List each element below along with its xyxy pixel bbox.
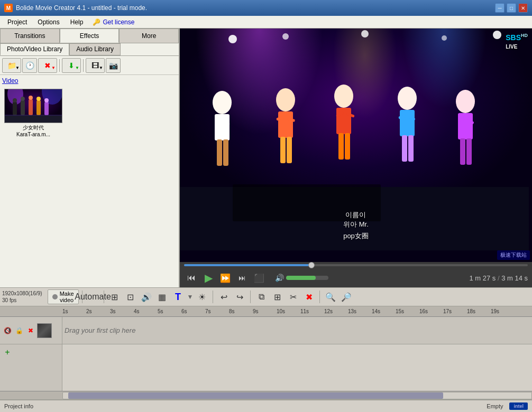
tab-transitions[interactable]: Transitions <box>0 29 60 43</box>
cut-button[interactable]: ✂ <box>286 289 300 304</box>
minimize-button[interactable]: ─ <box>495 3 505 13</box>
svg-rect-40 <box>345 133 350 160</box>
ruler-mark: 19s <box>491 308 515 314</box>
resolution-info: 1920x1080(16/9) 30 fps <box>2 290 42 304</box>
stage-background: SBSHD LIVE 이름이 위아 Mr. pop女圈 极速下载站 <box>180 29 532 262</box>
ruler-mark: 18s <box>467 308 491 314</box>
close-button[interactable]: ✕ <box>518 3 528 13</box>
svg-point-21 <box>282 33 289 40</box>
add-track-button[interactable]: + <box>2 347 13 358</box>
record-indicator <box>52 294 58 299</box>
download-button[interactable]: ⬇▼ <box>62 58 81 73</box>
drop-zone-track[interactable]: Drag your first clip here <box>62 317 532 344</box>
camera-button[interactable]: 📷 <box>106 58 121 73</box>
ruler-mark: 4s <box>134 308 158 314</box>
redo-button[interactable]: ↪ <box>232 289 247 304</box>
svg-point-23 <box>442 35 447 41</box>
volume-control: 🔊 <box>275 274 328 282</box>
statusbar: Project info Empty intel <box>0 399 532 412</box>
toolbar-separator-3 <box>213 291 213 303</box>
delete-edit-button[interactable]: ✖ <box>301 289 316 304</box>
stop-button[interactable]: ⬛ <box>252 270 267 285</box>
ruler-mark: 15s <box>396 308 419 314</box>
crop-tool-button[interactable]: ⊞ <box>107 289 122 304</box>
ruler-mark: 2s <box>86 308 110 314</box>
svg-point-31 <box>276 88 295 111</box>
fast-forward-button[interactable]: ⏩ <box>218 270 233 285</box>
open-file-button[interactable]: 📁▼ <box>2 58 21 73</box>
audio-tool-button[interactable]: 🔊 <box>139 289 154 304</box>
timeline-scrollbar-thumb[interactable] <box>68 392 443 399</box>
text-tool-button[interactable]: T <box>171 289 186 304</box>
svg-point-9 <box>29 96 33 100</box>
timeline-scrollbar[interactable] <box>0 391 532 399</box>
svg-rect-26 <box>215 114 230 141</box>
skip-forward-button[interactable]: ⏭ <box>235 270 250 285</box>
zoom-in-button[interactable]: 🔍 <box>323 289 338 304</box>
brightness-tool-button[interactable]: ☀ <box>195 289 209 304</box>
svg-point-49 <box>456 90 475 113</box>
svg-point-11 <box>36 97 41 101</box>
add-track-controls: + <box>0 344 62 360</box>
svg-point-24 <box>493 31 501 39</box>
menu-options[interactable]: Options <box>32 16 65 28</box>
status-value: Empty <box>487 403 503 409</box>
video-preview: SBSHD LIVE 이름이 위아 Mr. pop女圈 极速下载站 <box>180 29 532 262</box>
subtitle-overlay: 이름이 위아 Mr. pop女圈 <box>343 210 369 241</box>
ruler-mark: 9s <box>253 308 277 314</box>
svg-rect-8 <box>29 99 33 115</box>
play-button[interactable]: ▶ <box>201 270 216 285</box>
preview-watermark: SBSHD LIVE <box>506 33 528 50</box>
ruler-mark: 13s <box>348 308 372 314</box>
menubar: Project Options Help 🔑 Get license <box>0 16 532 29</box>
ruler-mark: 17s <box>443 308 467 314</box>
ruler-mark: 11s <box>300 308 324 314</box>
recent-files-button[interactable]: 🕐 <box>22 58 37 73</box>
restore-button[interactable]: □ <box>507 3 516 13</box>
svg-rect-27 <box>217 139 222 166</box>
copy-button[interactable]: ⧉ <box>254 289 269 304</box>
trim-tool-button[interactable]: ⊡ <box>123 289 138 304</box>
svg-point-37 <box>334 85 353 108</box>
svg-rect-12 <box>44 102 49 115</box>
svg-rect-52 <box>466 138 472 165</box>
video-section-label[interactable]: Video <box>2 77 177 85</box>
svg-point-22 <box>361 30 369 38</box>
media-item[interactable]: 少女时代 KaraT-ara.m... <box>4 89 62 137</box>
ruler-marks: 1s 2s 3s 4s 5s 6s 7s 8s 9s 10s 11s 12s 1… <box>62 308 515 314</box>
paste-button[interactable]: ⊞ <box>270 289 285 304</box>
make-video-button[interactable]: Make video <box>48 289 79 304</box>
film-button[interactable]: 🎞▼ <box>86 58 105 73</box>
track-delete-button[interactable]: ✖ <box>25 325 36 336</box>
seekbar-track[interactable] <box>184 264 528 266</box>
tab-more[interactable]: More <box>119 29 179 43</box>
timeline-scrollbar-inner[interactable] <box>62 392 532 399</box>
track-mute-button[interactable]: 🔇 <box>2 325 13 336</box>
photo-video-tab[interactable]: Photo/Video Library <box>0 43 69 55</box>
timeline-tracks-inner: Drag your first clip here <box>62 317 532 360</box>
ruler-mark: 16s <box>419 308 443 314</box>
video-tool-button[interactable]: ▦ <box>155 289 170 304</box>
zoom-out-button[interactable]: 🔎 <box>339 289 354 304</box>
track-controls-row: 🔇 🔒 ✖ <box>0 317 62 344</box>
svg-rect-50 <box>458 113 473 139</box>
get-license-button[interactable]: 🔑 Get license <box>88 17 139 27</box>
svg-point-20 <box>228 35 237 43</box>
toolbar-separator-2 <box>104 291 104 303</box>
menu-project[interactable]: Project <box>2 16 32 28</box>
undo-button[interactable]: ↩ <box>216 289 231 304</box>
tab-effects[interactable]: Effects <box>60 29 120 43</box>
seekbar-area[interactable] <box>180 262 532 268</box>
library-content: Video <box>0 75 179 287</box>
delete-button[interactable]: ✖▼ <box>38 58 57 73</box>
menu-help[interactable]: Help <box>65 16 89 28</box>
toolbar-separator-4 <box>250 291 251 303</box>
audio-tab[interactable]: Audio Library <box>69 43 121 55</box>
track-lock-button[interactable]: 🔒 <box>14 325 24 336</box>
titlebar: M Bolide Movie Creator 4.1 - untitled - … <box>0 0 532 16</box>
automate-button[interactable]: Automate <box>86 289 100 304</box>
seekbar-thumb[interactable] <box>308 262 315 268</box>
volume-bar[interactable] <box>286 276 328 280</box>
main-content: Transitions Effects More Photo/Video Lib… <box>0 29 532 412</box>
skip-back-button[interactable]: ⏮ <box>184 270 199 285</box>
